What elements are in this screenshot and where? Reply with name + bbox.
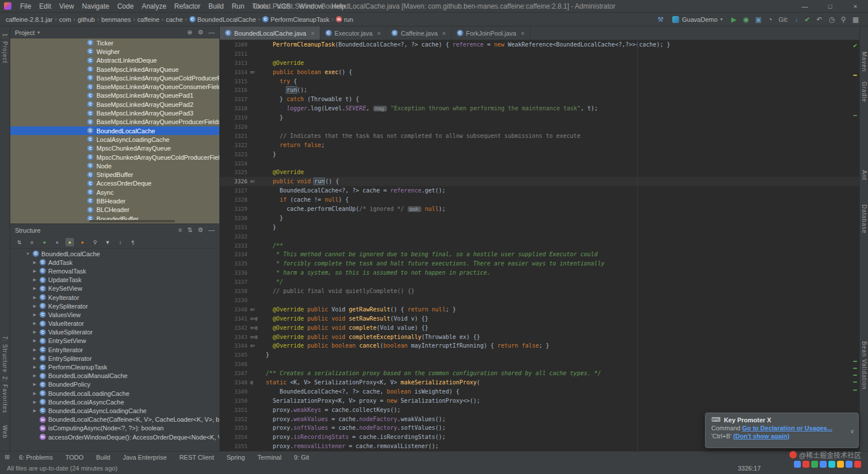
code-line[interactable]: 3309 PerformCleanupTask(BoundedLocalCach… [220, 40, 859, 49]
code-line[interactable]: 3320 [220, 122, 859, 132]
toolwindow-button[interactable]: Spring [227, 454, 245, 461]
code-line[interactable]: 3325 @Override [220, 168, 859, 177]
search-everywhere-icon[interactable]: ⚲ [841, 16, 846, 24]
expand-icon[interactable]: ▼ [103, 238, 112, 246]
code-line[interactable]: 3343o↑@ @Override public void completeEx… [220, 333, 859, 342]
run-config-selector[interactable]: GuavaDemo ▾ [670, 16, 725, 24]
tool-stripe-ant[interactable]: Ant [861, 170, 867, 180]
code-line[interactable]: 3313 @Override [220, 59, 859, 68]
tree-item[interactable]: CBLCHeader [10, 206, 219, 214]
tree-item[interactable]: CBaseMpscLinkedArrayQueueConsumerFields [10, 82, 219, 91]
override-gutter-icon[interactable]: o↑ [247, 305, 259, 314]
code-line[interactable]: 3333 /** [220, 241, 859, 251]
git-commit-icon[interactable]: ✔ [804, 16, 810, 24]
close-icon[interactable]: × [521, 30, 524, 37]
minimize-button[interactable]: — [792, 0, 817, 12]
tree-item[interactable]: CBaseMpscLinkedArrayQueuePad3 [10, 109, 219, 117]
chevron-right-icon[interactable]: ▶ [32, 391, 37, 396]
code-line[interactable]: 3314o↑ public boolean exec() { [220, 68, 859, 77]
tree-item[interactable]: misComputingAsync(Node<?, ?>): boolean [10, 424, 219, 433]
breadcrumb-item[interactable]: caffeine-2.8.1.jar [6, 16, 53, 23]
breadcrumb-item[interactable]: cache [166, 16, 183, 23]
tool-stripe-database[interactable]: Database [861, 205, 867, 234]
menu-file[interactable]: File [16, 2, 35, 10]
tree-item[interactable]: CMpscChunkedArrayQueue [10, 144, 219, 153]
tree-item[interactable]: ▶CBoundedLocalLoadingCache [10, 389, 219, 398]
tree-item[interactable]: ▶CEntryIterator [10, 345, 219, 354]
tree-item[interactable]: ▶CEntrySetView [10, 337, 219, 345]
layout-icon[interactable]: ▦ [852, 16, 859, 24]
chevron-right-icon[interactable]: ▶ [32, 348, 37, 352]
chevron-down-icon[interactable]: ∨ [850, 428, 854, 434]
breadcrumb-item[interactable]: mrun [336, 16, 353, 23]
tool-stripe-structure[interactable]: 7: Structure [2, 336, 8, 373]
menu-view[interactable]: View [55, 2, 78, 10]
editor-tab[interactable]: CBoundedLocalCache.java× [220, 26, 320, 40]
breadcrumb-item[interactable]: benmanes [102, 16, 131, 23]
editor-tab[interactable]: CForkJoinPool.java× [452, 26, 530, 40]
tree-item[interactable]: CBaseMpscLinkedArrayQueue [10, 65, 219, 74]
build-hammer-icon[interactable]: ⚒ [657, 16, 664, 24]
code-line[interactable]: 3323 } [220, 150, 859, 159]
editor-tab[interactable]: CCaffeine.java× [386, 26, 451, 40]
code-line[interactable]: 3328 if (cache != null) { [220, 195, 859, 205]
code-line[interactable]: 3311 [220, 49, 859, 59]
show-methods-icon[interactable]: ● [78, 238, 87, 246]
collapse-all-icon[interactable]: ⇅ [187, 226, 192, 234]
tree-item[interactable]: mBoundedLocalCache(Caffeine<K, V>, Cache… [10, 415, 219, 424]
code-line[interactable]: 3340o↑ @Override public Void getRawResul… [220, 305, 859, 314]
tree-item[interactable]: ▶CBoundedLocalAsyncCache [10, 398, 219, 406]
maximize-button[interactable]: □ [817, 0, 843, 12]
settings-icon[interactable]: ⚙ [197, 226, 203, 234]
toolwindow-button[interactable]: Java Enterprise [123, 454, 166, 461]
code-line[interactable]: 3335 * forcibly complete the task and ha… [220, 259, 859, 268]
tree-item[interactable]: CTicker [10, 38, 219, 47]
code-line[interactable]: 3349 BoundedLocalCache<?, ?> cache, bool… [220, 387, 859, 396]
code-line[interactable]: 3322 return false; [220, 141, 859, 150]
override-gutter-icon[interactable]: o↑ [247, 341, 259, 350]
locate-file-icon[interactable]: ⊕ [187, 29, 192, 36]
tree-item[interactable]: CBBHeader [10, 196, 219, 205]
tree-item[interactable]: ▶CValueSpliterator [10, 328, 219, 337]
autoscroll-icon[interactable]: ↕ [116, 238, 125, 246]
tree-item[interactable]: ▶CKeySpliterator [10, 302, 219, 310]
tree-item[interactable]: ▶CKeySetView [10, 284, 219, 293]
breadcrumb-item[interactable]: com [59, 16, 71, 23]
hide-panel-icon[interactable]: — [208, 29, 215, 36]
override-gutter-icon[interactable]: o↑ [247, 177, 259, 186]
override-gutter-icon[interactable]: o↑ [247, 68, 259, 77]
tree-item[interactable]: CBaseMpscLinkedArrayQueueColdProducerFie… [10, 74, 219, 82]
chevron-right-icon[interactable]: ▶ [32, 269, 37, 273]
tree-item[interactable]: CLocalAsyncLoadingCache [10, 135, 219, 144]
menu-run[interactable]: Run [228, 2, 249, 10]
run-button[interactable]: ▶ [731, 16, 737, 24]
toolwindow-switcher-icon[interactable]: ⊞ [5, 453, 10, 461]
tree-item[interactable]: ▶CBoundedLocalAsyncLoadingCache [10, 406, 219, 415]
tree-item[interactable]: CNode [10, 161, 219, 170]
tree-item[interactable]: CBaseMpscLinkedArrayQueuePad1 [10, 91, 219, 100]
breadcrumb-item[interactable]: CPerformCleanupTask [262, 16, 330, 23]
code-line[interactable]: 3348@ static <K, V> SerializationProxy<K… [220, 378, 859, 387]
code-line[interactable]: 3315 try { [220, 77, 859, 86]
tool-stripe-web[interactable]: Web [2, 425, 8, 438]
toolwindow-button[interactable]: Terminal [258, 454, 282, 461]
tool-stripe-beanvalidation[interactable]: Bean Validation [861, 341, 867, 390]
tree-item[interactable]: ▶CValueIterator [10, 319, 219, 328]
override-gutter-icon[interactable]: o↑@ [247, 333, 259, 342]
tree-item[interactable]: CAccessOrderDeque [10, 179, 219, 188]
code-line[interactable]: 3345 } [220, 350, 859, 360]
horizontal-scrollbar[interactable] [89, 220, 175, 222]
toolwindow-button[interactable]: REST Client [179, 454, 214, 461]
tree-item[interactable]: maccessOrderWindowDeque(): AccessOrderDe… [10, 433, 219, 441]
tree-item[interactable]: ▼CBoundedLocalCache [10, 249, 219, 258]
code-line[interactable]: 3334 * This method cannot be ignored due… [220, 250, 859, 259]
toolwindow-button[interactable]: TODO [65, 454, 84, 461]
popup-dismiss-link[interactable]: (Don't show again) [733, 433, 789, 440]
tree-item[interactable]: ▶CRemovalTask [10, 267, 219, 275]
tree-item[interactable]: ▶CValuesView [10, 310, 219, 319]
caret-position[interactable]: 3326:17 [738, 465, 761, 472]
code-line[interactable]: 3336 * harm a system, so this is assumed… [220, 268, 859, 278]
breadcrumb-item[interactable]: github [78, 16, 95, 23]
chevron-right-icon[interactable]: ▶ [32, 313, 37, 317]
chevron-right-icon[interactable]: ▶ [32, 400, 37, 404]
